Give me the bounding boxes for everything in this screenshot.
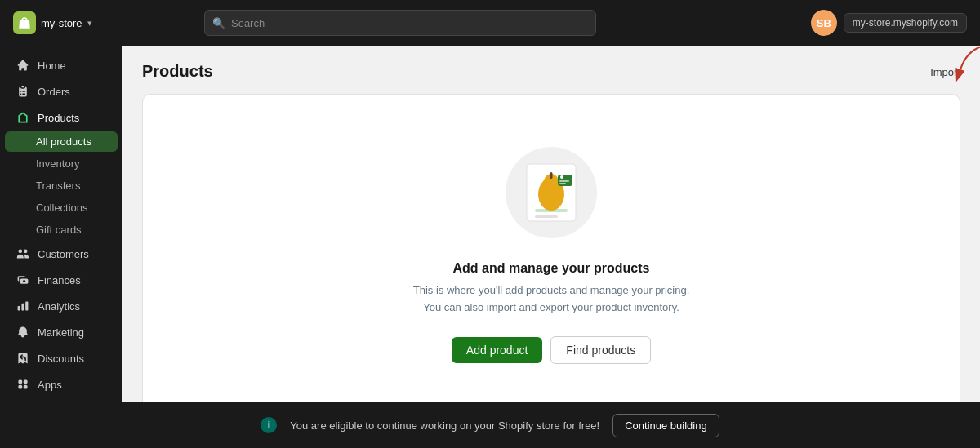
home-icon: [16, 59, 29, 72]
shopify-logo: [13, 11, 36, 34]
store-dropdown-icon[interactable]: ▾: [87, 18, 92, 29]
sidebar-label-apps: Apps: [38, 379, 62, 391]
sidebar-item-finances[interactable]: Finances: [5, 268, 118, 292]
sidebar-item-home[interactable]: Home: [5, 53, 118, 78]
sidebar: Home Orders Products All products Invent…: [0, 46, 122, 402]
app-body: Home Orders Products All products Invent…: [0, 46, 980, 402]
sidebar-subitem-transfers[interactable]: Transfers: [5, 175, 118, 196]
continue-building-button[interactable]: Continue building: [612, 414, 719, 437]
products-icon: [16, 111, 29, 124]
analytics-icon: [16, 299, 29, 313]
search-icon: 🔍: [212, 17, 225, 29]
products-empty-state: Add and manage your products This is whe…: [142, 94, 960, 402]
sidebar-item-analytics[interactable]: Analytics: [5, 294, 118, 318]
avatar[interactable]: SB: [811, 10, 837, 36]
sidebar-sublabel-gift-cards: Gift cards: [36, 224, 82, 236]
svg-rect-7: [550, 172, 553, 179]
product-illustration: [502, 144, 600, 242]
main-content: Products Import: [122, 46, 980, 402]
sidebar-subitem-gift-cards[interactable]: Gift cards: [5, 220, 118, 240]
page-header: Products Import: [142, 62, 960, 81]
sidebar-item-orders[interactable]: Orders: [5, 79, 118, 104]
sidebar-label-marketing: Marketing: [38, 326, 84, 339]
sidebar-subitem-all-products[interactable]: All products: [5, 131, 118, 152]
store-button[interactable]: my-store.myshopify.com: [844, 13, 967, 33]
orders-icon: [16, 85, 29, 98]
sidebar-label-customers: Customers: [38, 248, 89, 260]
import-area: Import: [930, 65, 960, 78]
page-title: Products: [142, 62, 213, 81]
sidebar-subitem-collections[interactable]: Collections: [5, 197, 118, 218]
sidebar-label-home: Home: [38, 60, 66, 72]
empty-state-title: Add and manage your products: [453, 261, 650, 276]
sidebar-item-customers[interactable]: Customers: [5, 242, 118, 266]
sidebar-item-discounts[interactable]: Discounts: [5, 346, 118, 370]
sidebar-sublabel-all-products: All products: [36, 135, 91, 148]
sidebar-item-marketing[interactable]: Marketing: [5, 320, 118, 344]
import-button[interactable]: Import: [930, 66, 960, 78]
sidebar-label-products: Products: [38, 112, 79, 124]
store-name[interactable]: my-store: [41, 17, 82, 29]
sidebar-label-analytics: Analytics: [38, 300, 80, 313]
empty-state-description: This is where you'll add products and ma…: [413, 282, 690, 317]
sidebar-sublabel-inventory: Inventory: [36, 157, 79, 170]
svg-rect-4: [535, 215, 558, 218]
sidebar-sublabel-collections: Collections: [36, 202, 88, 214]
svg-rect-11: [559, 183, 566, 184]
marketing-icon: [16, 326, 29, 339]
sidebar-label-discounts: Discounts: [38, 353, 84, 365]
customers-icon: [16, 247, 29, 260]
sidebar-label-orders: Orders: [38, 86, 70, 98]
sidebar-label-finances: Finances: [38, 274, 81, 286]
find-products-button[interactable]: Find products: [550, 336, 651, 364]
bag-icon: [17, 16, 32, 30]
discounts-icon: [16, 352, 29, 365]
sidebar-subitem-inventory[interactable]: Inventory: [5, 153, 118, 174]
banner-info-icon: i: [261, 417, 277, 433]
topbar-right: SB my-store.myshopify.com: [811, 10, 967, 36]
svg-rect-10: [559, 180, 569, 182]
search-input[interactable]: [204, 10, 596, 36]
finances-icon: [16, 273, 29, 286]
add-product-button[interactable]: Add product: [452, 337, 543, 363]
apps-icon: [16, 378, 29, 391]
sidebar-sublabel-transfers: Transfers: [36, 180, 80, 192]
topbar: my-store ▾ 🔍 SB my-store.myshopify.com: [0, 0, 980, 46]
empty-state-illustration: [502, 144, 600, 242]
action-buttons: Add product Find products: [452, 336, 651, 364]
sidebar-item-products[interactable]: Products: [5, 105, 118, 130]
bottom-banner: i You are eligible to continue working o…: [0, 402, 980, 448]
svg-point-9: [560, 175, 564, 179]
search-bar: 🔍: [204, 10, 596, 36]
logo-area: my-store ▾: [13, 11, 92, 34]
sidebar-item-apps[interactable]: Apps: [5, 372, 118, 397]
banner-text: You are eligible to continue working on …: [290, 419, 599, 432]
